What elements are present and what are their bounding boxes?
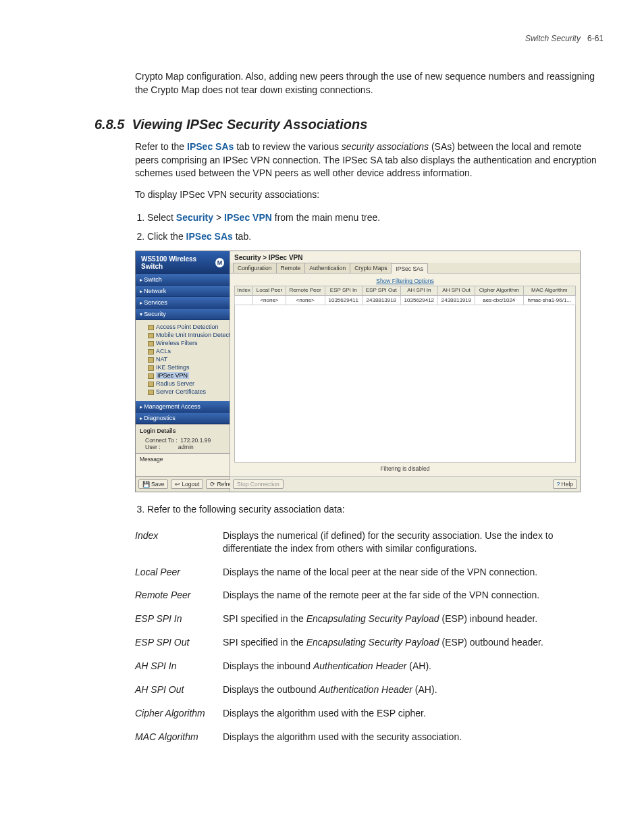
content-pane: Security > IPSec VPN Configuration Remot… — [230, 251, 580, 492]
stop-connection-button[interactable]: Stop Connection — [233, 479, 284, 489]
filter-status: Filtering is disabled — [234, 465, 576, 472]
para-2: To display IPSec VPN security associatio… — [135, 188, 603, 202]
page-header: Switch Security 6-61 — [41, 34, 603, 43]
tree-ap-detection[interactable]: Access Point Detection — [141, 323, 227, 331]
def-desc: Displays the name of the remote peer at … — [223, 583, 603, 607]
folder-icon — [148, 349, 154, 355]
def-term: Index — [135, 524, 223, 561]
sidebar: WS5100 Wireless Switch M Switch Network … — [136, 251, 230, 492]
steps-list-cont: Refer to the following security associat… — [135, 502, 603, 517]
header-title: Switch Security — [525, 34, 581, 43]
content-footer: Stop Connection ?Help — [230, 476, 580, 492]
tree-radius[interactable]: Radius Server — [141, 380, 227, 388]
def-term: Cipher Algorithm — [135, 702, 223, 725]
def-term: Remote Peer — [135, 583, 223, 607]
help-button[interactable]: ?Help — [553, 479, 578, 489]
login-details: Login Details Connect To : 172.20.1.99 U… — [136, 424, 230, 453]
def-desc: Displays the inbound Authentication Head… — [223, 654, 603, 678]
tree-nat[interactable]: NAT — [141, 355, 227, 363]
nav-management[interactable]: Management Access — [136, 401, 230, 413]
col-mac[interactable]: MAC Algorithm — [523, 286, 575, 296]
tree-ike[interactable]: IKE Settings — [141, 363, 227, 371]
col-esp-spi-out[interactable]: ESP SPI Out — [362, 286, 400, 296]
logout-icon: ↩ — [175, 481, 180, 488]
def-term: ESP SPI In — [135, 607, 223, 631]
folder-icon — [148, 341, 154, 346]
folder-icon — [148, 333, 154, 338]
def-term: ESP SPI Out — [135, 631, 223, 654]
sidebar-buttons: 💾Save ↩Logout ⟳Refresh — [136, 476, 230, 492]
tab-ipsec-sas[interactable]: IPSec SAs — [391, 263, 428, 273]
col-ah-spi-in[interactable]: AH SPI In — [400, 286, 437, 296]
def-desc: Displays the algorithm used with the ESP… — [223, 702, 603, 725]
folder-icon — [148, 373, 154, 379]
def-desc: Displays the name of the local peer at t… — [223, 561, 603, 584]
col-remote-peer[interactable]: Remote Peer — [286, 286, 325, 296]
def-desc: SPI specified in the Encapsulating Secur… — [223, 607, 603, 631]
table-empty-area — [234, 305, 576, 463]
tree-mu-intrusion[interactable]: Mobile Unit Intrusion Detection — [141, 331, 227, 339]
tab-remote[interactable]: Remote — [276, 263, 306, 273]
help-icon: ? — [557, 481, 560, 488]
section-number: 6.8.5 — [95, 117, 124, 132]
tree-acls[interactable]: ACLs — [141, 347, 227, 355]
col-cipher[interactable]: Cipher Algorithm — [475, 286, 523, 296]
step-1: Select Security > IPSec VPN from the mai… — [147, 210, 603, 225]
message-panel: Message — [136, 453, 230, 476]
header-page-number: 6-61 — [587, 34, 603, 43]
nav-security[interactable]: Security — [136, 309, 230, 320]
intro-paragraph: Crypto Map configuration. Also, adding n… — [135, 70, 603, 97]
nav-switch[interactable]: Switch — [136, 274, 230, 286]
nav-tree: Access Point Detection Mobile Unit Intru… — [136, 320, 230, 401]
nav-network[interactable]: Network — [136, 286, 230, 297]
folder-icon — [148, 365, 154, 371]
nav-diagnostics[interactable]: Diagnostics — [136, 413, 230, 424]
def-desc: Displays the numerical (if defined) for … — [223, 524, 603, 561]
tree-wireless-filters[interactable]: Wireless Filters — [141, 339, 227, 347]
save-icon: 💾 — [142, 481, 150, 488]
show-filtering-link[interactable]: Show Filtering Options — [234, 278, 576, 284]
col-local-peer[interactable]: Local Peer — [253, 286, 286, 296]
save-button[interactable]: 💾Save — [138, 479, 168, 489]
folder-icon — [148, 325, 154, 330]
section-heading: 6.8.5 Viewing IPSec Security Association… — [95, 117, 603, 132]
def-term: MAC Algorithm — [135, 725, 223, 749]
tab-crypto-maps[interactable]: Crypto Maps — [350, 263, 392, 273]
table-row[interactable]: <none> <none> 1035629411 2438813918 1035… — [235, 296, 576, 305]
def-desc: SPI specified in the Encapsulating Secur… — [223, 631, 603, 654]
user-value: admin — [178, 444, 194, 450]
tab-authentication[interactable]: Authentication — [304, 263, 350, 273]
sa-table: Index Local Peer Remote Peer ESP SPI In … — [234, 286, 576, 305]
step-2: Click the IPSec SAs tab. — [147, 229, 603, 244]
tree-ipsec-vpn[interactable]: IPSec VPN — [141, 371, 227, 380]
steps-list: Select Security > IPSec VPN from the mai… — [135, 210, 603, 244]
logout-button[interactable]: ↩Logout — [171, 479, 203, 489]
tabstrip: Configuration Remote Authentication Cryp… — [230, 263, 580, 273]
connect-to-value: 172.20.1.99 — [180, 437, 211, 444]
col-esp-spi-in[interactable]: ESP SPI In — [325, 286, 362, 296]
logo-icon: M — [215, 258, 224, 267]
step-3: Refer to the following security associat… — [147, 502, 603, 517]
refresh-icon: ⟳ — [210, 481, 215, 488]
folder-icon — [148, 357, 154, 363]
folder-icon — [148, 382, 154, 387]
tree-server-certs[interactable]: Server Certificates — [141, 388, 227, 396]
nav-services[interactable]: Services — [136, 297, 230, 309]
app-titlebar: WS5100 Wireless Switch M — [136, 251, 230, 274]
col-index[interactable]: Index — [235, 286, 253, 296]
section-title: Viewing IPSec Security Associations — [132, 117, 368, 132]
def-term: AH SPI Out — [135, 678, 223, 702]
def-desc: Displays the outbound Authentication Hea… — [223, 678, 603, 702]
breadcrumb: Security > IPSec VPN — [230, 251, 580, 263]
definitions-table: IndexDisplays the numerical (if defined)… — [135, 524, 603, 749]
tab-configuration[interactable]: Configuration — [233, 263, 277, 273]
folder-icon — [148, 390, 154, 395]
para-1: Refer to the IPSec SAs tab to review the… — [135, 140, 603, 180]
app-screenshot: WS5100 Wireless Switch M Switch Network … — [135, 251, 581, 492]
col-ah-spi-out[interactable]: AH SPI Out — [437, 286, 475, 296]
def-term: AH SPI In — [135, 654, 223, 678]
def-term: Local Peer — [135, 561, 223, 584]
def-desc: Displays the algorithm used with the sec… — [223, 725, 603, 749]
